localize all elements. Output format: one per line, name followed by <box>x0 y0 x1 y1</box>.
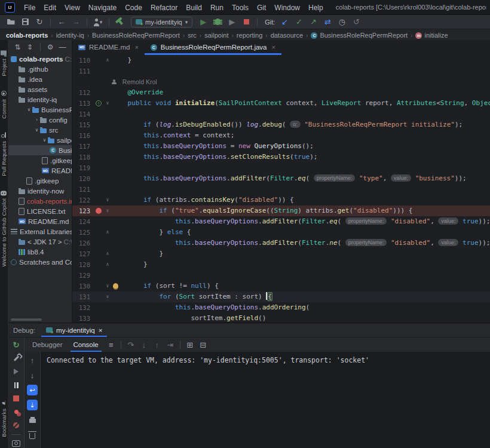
console-output[interactable]: Connected to the target VM, address: 'my… <box>41 352 490 448</box>
code-line[interactable]: 121 <box>72 184 490 195</box>
gutter-icon-cell[interactable] <box>94 152 103 162</box>
coverage-run-icon[interactable]: ▶ <box>226 17 238 27</box>
breakpoint-icon[interactable] <box>96 208 102 214</box>
run-button[interactable]: ▶ <box>197 17 209 27</box>
fold-marker[interactable] <box>103 270 112 281</box>
line-number[interactable]: 112 <box>72 87 94 98</box>
tree-item-businessrolereqpermreport[interactable]: CBusinessRoleReqPermReport <box>8 145 72 155</box>
line-number[interactable]: 125 <box>72 227 94 238</box>
breadcrumb-item-sailpoint[interactable]: sailpoint <box>204 32 228 39</box>
fold-marker[interactable] <box>103 66 112 76</box>
code-line[interactable]: 122∨ if (attribs.containsKey("disabled")… <box>72 195 490 205</box>
gutter-icon-cell[interactable] <box>94 87 103 98</box>
scroll-to-end-toggle[interactable]: ⇣ <box>27 400 38 410</box>
restore-layout-icon[interactable]: ⊞ <box>184 339 196 350</box>
next-occurrence-icon[interactable]: ↓ <box>27 370 38 381</box>
tree-item-identity-now[interactable]: identity-now <box>8 186 72 196</box>
fold-marker[interactable] <box>103 173 112 184</box>
line-number[interactable]: 113 <box>72 98 94 109</box>
tree-item-colab-reports-iml[interactable]: colab-reports.iml <box>8 196 72 206</box>
step-over-icon[interactable]: ↷ <box>125 339 137 350</box>
code-line[interactable]: 130∨ if (sort != null) { <box>72 281 490 291</box>
tree-item-readme-md[interactable]: MDREADME.md <box>8 216 72 226</box>
tab-businessrolereqpermreport-java[interactable]: CBusinessRoleReqPermReport.java× <box>145 40 281 54</box>
menu-help[interactable]: Help <box>304 2 327 13</box>
code-line[interactable]: 111 <box>72 66 490 76</box>
gutter-icon-cell[interactable] <box>94 205 103 216</box>
gutter-icon-cell[interactable] <box>94 130 103 141</box>
forward-icon[interactable]: → <box>70 17 82 27</box>
line-number[interactable]: 127 <box>72 248 94 259</box>
debug-tab-console[interactable]: Console <box>68 337 104 352</box>
tree-item-sailpoint[interactable]: ∨sailpoint <box>8 135 72 145</box>
line-number[interactable]: 123 <box>72 205 94 216</box>
tree-item-github[interactable]: .github <box>8 64 72 74</box>
line-number[interactable]: 119 <box>72 162 94 173</box>
line-number[interactable]: 121 <box>72 184 94 195</box>
breadcrumb-item-businessrolereqpermreport[interactable]: CBusinessRoleReqPermReport <box>311 32 408 39</box>
code-line[interactable]: 120 this.baseQueryOptions.addFilter(Filt… <box>72 173 490 184</box>
line-number[interactable]: 126 <box>72 238 94 248</box>
gutter-icon-cell[interactable] <box>94 313 103 323</box>
fold-marker[interactable]: ∨ <box>103 195 112 205</box>
tree-item-businessrolereqpermreport[interactable]: ∨BusinessRoleReqPermReport <box>8 105 72 115</box>
fold-marker[interactable] <box>103 313 112 323</box>
code-line[interactable]: 124 this.baseQueryOptions.addFilter(Filt… <box>72 216 490 227</box>
hamburger-menu-icon[interactable]: ≡ <box>105 339 117 350</box>
build-hammer-icon[interactable] <box>114 17 126 27</box>
fold-marker[interactable]: ∧ <box>103 259 112 270</box>
run-to-cursor-icon[interactable]: ⇥ <box>164 339 176 350</box>
tool-stripe-project[interactable]: Project <box>1 51 7 76</box>
line-number[interactable]: 132 <box>72 302 94 313</box>
code-line[interactable]: 116 this.context = context; <box>72 130 490 141</box>
clear-console-icon[interactable] <box>27 429 38 440</box>
menu-navigate[interactable]: Navigate <box>84 2 121 13</box>
line-number[interactable]: 120 <box>72 173 94 184</box>
intention-bulb-icon[interactable] <box>113 283 118 290</box>
tree-item-idea[interactable]: .idea <box>8 74 72 84</box>
breadcrumb-item-businessrolereqpermreport[interactable]: BusinessRoleReqPermReport <box>92 32 180 39</box>
breadcrumb-item-datasource[interactable]: datasource <box>271 32 303 39</box>
line-number[interactable]: 122 <box>72 195 94 205</box>
back-icon[interactable]: ← <box>56 17 68 27</box>
tree-item-config[interactable]: ›config <box>8 115 72 125</box>
tree-item-gitkeep[interactable]: .gitkeep <box>8 155 72 165</box>
code-line[interactable]: 126 this.baseQueryOptions.addFilter(Filt… <box>72 238 490 248</box>
chevron-expanded-icon[interactable]: ∨ <box>34 127 39 133</box>
debug-tab-debugger[interactable]: Debugger <box>27 337 68 352</box>
code-line[interactable]: 131∨ for (Sort sortItem : sort) { <box>72 291 490 302</box>
code-line[interactable]: 123∨ if ("true".equalsIgnoreCase((String… <box>72 205 490 216</box>
gutter-icon-cell[interactable] <box>94 227 103 238</box>
git-commit-icon[interactable]: ✓ <box>293 17 305 27</box>
line-number[interactable]: 114 <box>72 109 94 119</box>
gutter-icon-cell[interactable] <box>94 141 103 152</box>
gutter-icon-cell[interactable] <box>94 281 103 291</box>
fold-marker[interactable] <box>103 87 112 98</box>
step-into-icon[interactable]: ↓ <box>138 339 150 350</box>
gutter-icon-cell[interactable] <box>94 195 103 205</box>
line-number[interactable]: 111 <box>72 66 94 76</box>
stop-button[interactable] <box>240 17 252 27</box>
project-options-gear-icon[interactable]: ⚙ <box>45 43 54 51</box>
debug-session-tab[interactable]: my-identityiq × <box>41 323 107 337</box>
menu-code[interactable]: Code <box>121 2 146 13</box>
tree-item-jdk-17[interactable]: < JDK 17 > C:\U <box>8 237 72 247</box>
breadcrumb-item-reporting[interactable]: reporting <box>237 32 262 39</box>
rerun-debug-button[interactable]: ↻ <box>11 340 22 349</box>
line-number[interactable]: 133 <box>72 313 94 323</box>
menu-edit[interactable]: Edit <box>39 2 60 13</box>
git-rollback-icon[interactable]: ↺ <box>350 17 362 27</box>
tree-item-readme-md[interactable]: MDREADME.md <box>8 165 72 176</box>
step-out-icon[interactable]: ↑ <box>151 339 163 350</box>
stop-button[interactable] <box>11 394 22 403</box>
debug-settings-wrench-icon[interactable] <box>11 354 22 363</box>
menu-window[interactable]: Window <box>270 2 304 13</box>
tree-item-src[interactable]: ∨src <box>8 125 72 135</box>
line-number[interactable]: 117 <box>72 141 94 152</box>
gutter-icon-cell[interactable] <box>94 162 103 173</box>
tree-item-identity-iq[interactable]: identity-iq <box>8 94 72 105</box>
gutter-icon-cell[interactable]: ↑ <box>94 98 103 109</box>
thread-dump-camera-icon[interactable] <box>11 439 22 448</box>
menu-git[interactable]: Git <box>253 2 270 13</box>
prev-occurrence-icon[interactable]: ↑ <box>27 355 38 366</box>
